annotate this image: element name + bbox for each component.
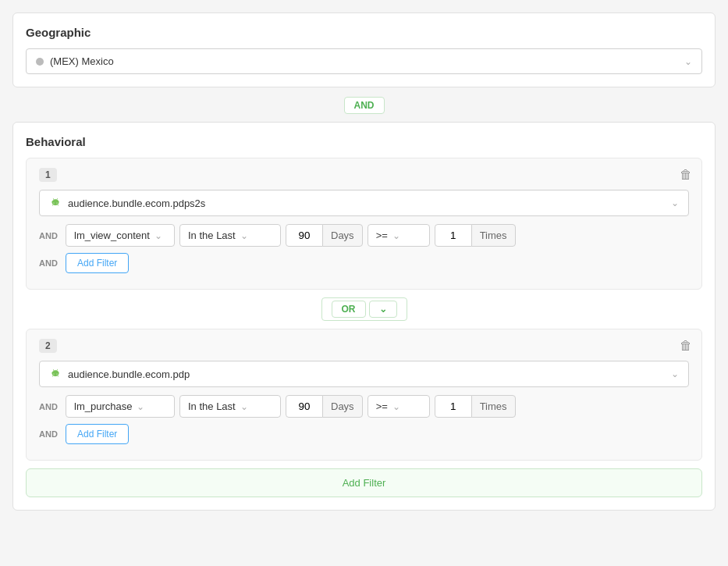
app-name-2: audience.bundle.ecom.pdp (68, 368, 190, 380)
add-filter-row-2: AND Add Filter (39, 424, 689, 444)
times-unit-1-0: Times (471, 224, 516, 247)
operator-chevron-2-0: ⌄ (392, 401, 400, 412)
rule-block-1: 1 🗑 audience.bundle.ecom.pdps2s ⌄ AND lm… (26, 158, 702, 290)
time-period-label-1-0: In the Last (188, 230, 236, 241)
android-icon-1 (49, 197, 62, 209)
geo-chevron-icon: ⌄ (684, 56, 692, 67)
geo-location-label: (MEX) Mexico (50, 55, 114, 67)
times-unit-2-0: Times (471, 395, 516, 418)
filter-row-2-0: AND lm_purchase ⌄ In the Last ⌄ Days >= … (39, 395, 689, 418)
event-label-2-0: lm_purchase (74, 400, 132, 412)
event-select-1-0[interactable]: lm_view_content ⌄ (66, 224, 175, 247)
operator-label-1-0: >= (376, 230, 388, 241)
time-period-chevron-2-0: ⌄ (240, 401, 248, 412)
geographic-title: Geographic (26, 26, 702, 39)
app-select-2[interactable]: audience.bundle.ecom.pdp ⌄ (39, 361, 689, 387)
days-unit-2-0: Days (322, 395, 363, 418)
or-label: OR (332, 301, 366, 318)
and-badge: AND (344, 97, 385, 114)
app-select-2-chevron: ⌄ (671, 368, 679, 379)
filter-and-label-1-0: AND (39, 231, 61, 240)
rule-number-1: 1 (39, 168, 57, 182)
days-group-2-0: Days (286, 395, 363, 418)
event-select-2-0[interactable]: lm_purchase ⌄ (66, 395, 175, 418)
add-filter-button-2[interactable]: Add Filter (66, 424, 129, 444)
event-chevron-1-0: ⌄ (154, 230, 162, 241)
or-badge[interactable]: OR ⌄ (321, 297, 407, 321)
count-input-2-0[interactable] (435, 395, 472, 418)
operator-select-2-0[interactable]: >= ⌄ (368, 395, 430, 418)
android-icon-2 (49, 368, 62, 380)
add-filter-row-1: AND Add Filter (39, 253, 689, 273)
operator-select-1-0[interactable]: >= ⌄ (368, 224, 430, 247)
time-period-label-2-0: In the Last (188, 400, 236, 412)
time-period-select-1-0[interactable]: In the Last ⌄ (179, 224, 281, 247)
days-input-2-0[interactable] (286, 395, 323, 418)
filter-row-1-0: AND lm_view_content ⌄ In the Last ⌄ Days… (39, 224, 689, 247)
app-name-1: audience.bundle.ecom.pdps2s (68, 198, 205, 209)
geographic-section: Geographic (MEX) Mexico ⌄ (12, 12, 716, 87)
times-group-1-0: Times (435, 224, 516, 247)
geo-tag-dot (36, 58, 44, 66)
delete-rule-1-button[interactable]: 🗑 (680, 168, 692, 182)
filter-and-label-2-0: AND (39, 402, 61, 411)
operator-label-2-0: >= (376, 400, 388, 412)
and-connector: AND (12, 97, 716, 114)
time-period-select-2-0[interactable]: In the Last ⌄ (179, 395, 281, 418)
rule-number-2: 2 (39, 339, 57, 353)
add-filter-and-label-1: AND (39, 258, 61, 268)
delete-rule-2-button[interactable]: 🗑 (680, 339, 692, 353)
behavioral-section: Behavioral 1 🗑 audience.bundle.ecom.pdps… (12, 122, 716, 511)
app-select-1[interactable]: audience.bundle.ecom.pdps2s ⌄ (39, 190, 689, 216)
count-input-1-0[interactable] (435, 224, 472, 247)
add-filter-and-label-2: AND (39, 429, 61, 439)
app-select-1-chevron: ⌄ (671, 198, 679, 208)
event-chevron-2-0: ⌄ (137, 401, 144, 412)
times-group-2-0: Times (435, 395, 516, 418)
behavioral-title: Behavioral (26, 135, 702, 148)
days-unit-1-0: Days (322, 224, 363, 247)
add-filter-button-1[interactable]: Add Filter (66, 253, 129, 273)
days-group-1-0: Days (286, 224, 363, 247)
days-input-1-0[interactable] (286, 224, 323, 247)
add-filter-bottom-button[interactable]: Add Filter (26, 468, 702, 497)
or-connector: OR ⌄ (26, 297, 702, 321)
or-chevron-icon: ⌄ (369, 301, 397, 318)
operator-chevron-1-0: ⌄ (392, 230, 400, 241)
geographic-select[interactable]: (MEX) Mexico ⌄ (26, 48, 702, 74)
time-period-chevron-1-0: ⌄ (240, 230, 248, 241)
rule-block-2: 2 🗑 audience.bundle.ecom.pdp ⌄ AND lm_pu… (26, 329, 702, 461)
event-label-1-0: lm_view_content (74, 230, 150, 241)
